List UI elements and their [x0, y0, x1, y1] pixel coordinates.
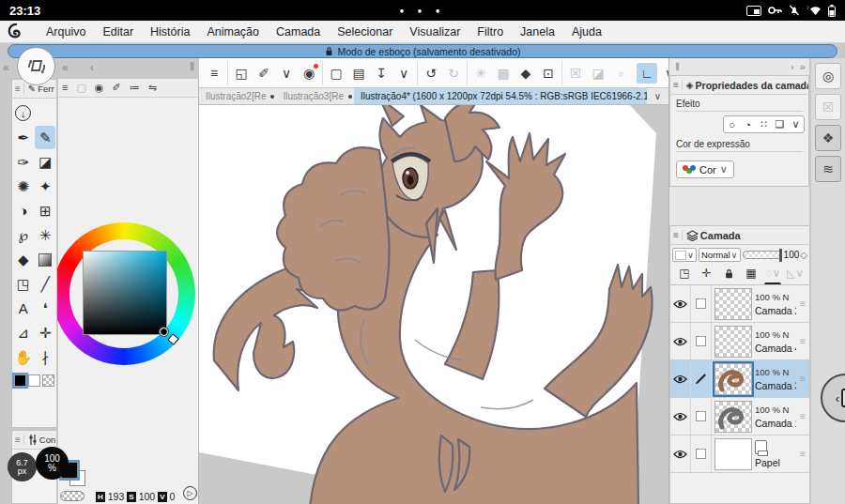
layer-drag-handle[interactable]: ≡	[796, 449, 809, 459]
figure-tool[interactable]: ⊞	[35, 199, 55, 222]
layer-row-camada-3[interactable]: 100 % NCamada 3 ≡	[670, 360, 809, 398]
redo-icon[interactable]: ↻	[443, 63, 464, 84]
opacity-slider[interactable]	[743, 251, 782, 259]
blend-mode-dropdown[interactable]: Normal∨	[699, 248, 741, 262]
operation-tool[interactable]: ✛	[35, 321, 55, 344]
collapse-palette-icon[interactable]: «	[62, 61, 69, 74]
menu-item-camada[interactable]: Camada	[268, 23, 329, 41]
brush-size-panel-icon[interactable]: ◉	[95, 82, 104, 94]
document-tab-3[interactable]: Ilustração4* (1600 x 1200px 72dpi 54.5% …	[354, 88, 647, 104]
lock-icon[interactable]	[720, 266, 737, 281]
material-panel-icon[interactable]: ☒	[815, 94, 841, 120]
brush-opacity-badge[interactable]: 100%	[36, 447, 69, 480]
layer-thumbnail[interactable]	[714, 326, 752, 358]
clip-studio-icon[interactable]: ◉	[299, 63, 319, 84]
main-color-chip[interactable]	[14, 374, 26, 387]
menu-item-visualizar[interactable]: Visualizar	[401, 23, 469, 41]
invert-selection-icon[interactable]: ◪	[588, 63, 608, 84]
layer-thumbnail[interactable]	[714, 401, 752, 433]
tone-effect-icon[interactable]: ◔	[740, 116, 756, 132]
color-slider-toggle-icon[interactable]: ▷	[183, 486, 197, 500]
layer-drag-handle[interactable]: ≡	[796, 298, 809, 309]
scroll-right-icon[interactable]: › »	[791, 61, 806, 72]
transparent-color-chip[interactable]	[42, 374, 54, 387]
subtool-panel-icon[interactable]: ▢	[76, 82, 85, 94]
canvas-viewport[interactable]	[199, 105, 668, 504]
lasso-tool[interactable]: ℘	[13, 223, 34, 247]
panel-drag-handle[interactable]: ⦀	[675, 61, 681, 73]
balloon-tool[interactable]: ❛	[35, 297, 55, 320]
menu-item-janela[interactable]: Janela	[512, 23, 563, 41]
main-menu-icon[interactable]: ≡	[204, 63, 224, 84]
brush-size-badge[interactable]: 6.7px	[8, 452, 37, 481]
saturation-value-square[interactable]	[83, 251, 167, 335]
sliders-panel-icon[interactable]: ≔	[130, 82, 140, 94]
toolbar-drag-handle[interactable]: ⦀	[190, 60, 194, 73]
layer-row-camada-1[interactable]: 100 % NCamada 1 ≡	[670, 398, 809, 435]
select-area-icon[interactable]: ✳	[470, 63, 491, 84]
border-effect-icon[interactable]: ○	[724, 116, 740, 132]
layer-thumbnail[interactable]	[714, 363, 752, 395]
select-pen-icon[interactable]: ▩	[493, 63, 514, 84]
eyedropper-tool[interactable]: ∤	[35, 345, 55, 369]
snap-ruler-icon[interactable]: ∟	[637, 63, 657, 84]
layer-row-papel[interactable]: Papel ≡	[670, 435, 809, 473]
clip-studio-paint-logo[interactable]	[8, 23, 24, 40]
layer-drag-handle[interactable]: ≡	[796, 374, 809, 384]
fill-tool[interactable]: ◆	[13, 248, 34, 271]
frame-tool[interactable]: ⊿	[13, 321, 34, 344]
airbrush-tool[interactable]: ✺	[13, 175, 34, 198]
sub-color-chip[interactable]	[28, 374, 40, 387]
menu-item-ajuda[interactable]: Ajuda	[563, 23, 610, 41]
lock-transparent-icon[interactable]: ▦	[743, 266, 760, 281]
expand-selection-icon[interactable]: ▫	[610, 63, 631, 84]
menu-item-história[interactable]: História	[142, 23, 198, 41]
menu-item-animação[interactable]: Animação	[198, 23, 268, 41]
transparent-swatch[interactable]	[60, 491, 84, 501]
new-canvas-icon[interactable]: ▢	[326, 63, 346, 84]
layer-checkbox[interactable]	[691, 398, 712, 435]
transform-icon[interactable]: ⊡	[538, 63, 559, 84]
gradient-tool[interactable]	[35, 248, 55, 271]
layer-drag-handle[interactable]: ≡	[796, 336, 809, 346]
panel-menu-icon[interactable]: ≡	[62, 82, 68, 94]
blend-tool[interactable]: ◑	[13, 199, 34, 222]
eraser-tool[interactable]: ◪	[35, 150, 55, 174]
panel-menu-icon[interactable]: ≡	[12, 84, 24, 94]
panel-menu-icon[interactable]: ≡	[670, 230, 683, 240]
layer-checkbox[interactable]	[691, 323, 712, 359]
layer-checkbox[interactable]	[691, 435, 712, 472]
editing-pencil-icon[interactable]	[691, 360, 712, 397]
layer-row-camada-2[interactable]: 100 % NCamada 2 ≡	[670, 285, 809, 323]
fill-icon[interactable]: ◆	[515, 63, 536, 84]
expression-color-dropdown[interactable]: Cor ∨	[676, 160, 734, 178]
share-edit-icon[interactable]: ✐	[254, 63, 274, 84]
menu-item-editar[interactable]: Editar	[94, 23, 142, 41]
document-tab-2[interactable]: Ilustração3[Re	[277, 88, 355, 104]
rotate-canvas-button[interactable]	[17, 47, 55, 85]
chevron-down-icon[interactable]: ∨	[393, 63, 414, 84]
save-icon[interactable]: ↧	[371, 63, 392, 84]
menu-item-selecionar[interactable]: Selecionar	[329, 23, 401, 41]
tool-property-panel-icon[interactable]: ✐	[112, 82, 120, 94]
undo-icon[interactable]: ↺	[421, 63, 441, 84]
document-tab-1[interactable]: Ilustração2[Re	[199, 88, 277, 104]
tab-list-chevron-icon[interactable]: ∨	[647, 88, 668, 104]
deselect-icon[interactable]: ☒	[565, 63, 586, 84]
layer-property-panel-icon[interactable]: ❖	[815, 125, 841, 151]
visibility-eye-icon[interactable]	[670, 360, 691, 397]
pen-tool[interactable]: ✒	[13, 126, 34, 149]
open-file-icon[interactable]: ▤	[348, 63, 369, 84]
panel-menu-icon[interactable]: ≡	[12, 435, 24, 445]
halftone-effect-icon[interactable]: ∷	[756, 116, 772, 132]
hand-tool[interactable]: ✋	[13, 345, 34, 369]
panel-menu-icon[interactable]: ≡	[670, 80, 683, 90]
new-window-icon[interactable]: ◱	[231, 63, 252, 84]
sv-selector[interactable]	[160, 328, 168, 336]
menu-item-arquivo[interactable]: Arquivo	[38, 23, 94, 41]
text-tool[interactable]: A	[13, 297, 34, 320]
brush-tool[interactable]: ✑	[13, 150, 34, 174]
marker-tool[interactable]: ✎	[35, 126, 55, 149]
chevron-down-icon[interactable]: ∨	[788, 116, 804, 132]
layer-row-camada-4[interactable]: 100 % NCamada 4 ≡	[670, 323, 809, 360]
